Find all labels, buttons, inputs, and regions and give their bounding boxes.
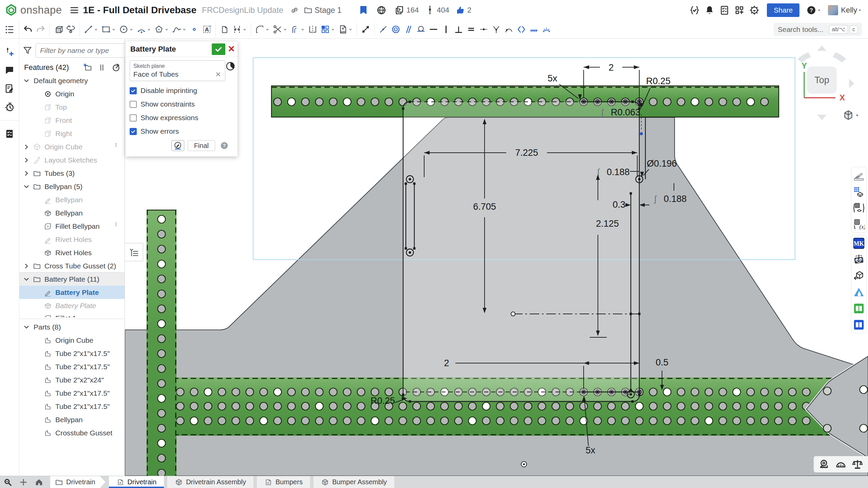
text-tool-button[interactable]: A [201,23,213,35]
feature-tree-toggle[interactable] [0,20,19,39]
constraint-tangent-button[interactable] [415,23,427,35]
references-stat[interactable]: 404 [425,5,449,15]
history-icon[interactable] [4,102,15,112]
sketch-origin-point[interactable] [521,462,527,467]
checkbox-box[interactable] [130,87,137,94]
timer-icon[interactable] [112,63,120,72]
protractor-icon[interactable] [835,458,847,470]
dropdown-caret-icon[interactable] [129,27,134,32]
feature-row-rivet-holes[interactable]: Rivet Holes [19,233,125,246]
polygon-tool-button[interactable] [153,23,170,35]
feature-row-layout-sketches[interactable]: Layout Sketches [19,153,125,167]
green-book-app[interactable] [853,302,865,315]
comment-icon[interactable] [4,65,15,75]
feature-row-top[interactable]: Top [19,100,125,114]
dropdown-caret-icon[interactable] [111,27,116,32]
redo-button[interactable] [34,23,47,35]
constraint-coincident-button[interactable] [377,23,390,35]
bookmark-stat[interactable] [358,5,370,15]
accept-button[interactable] [212,43,225,55]
checkbox-show-constraints[interactable]: Show constraints [130,100,233,108]
insert-new-icon[interactable] [4,47,15,57]
onshape-logo-icon[interactable] [5,4,18,17]
triangle-app[interactable] [853,286,865,298]
sketch-preview-button[interactable] [171,140,184,151]
dropdown-caret-icon[interactable] [300,27,305,32]
view-mode-dropdown[interactable] [842,109,860,121]
feature-row-origin-cube[interactable]: Origin Cube [19,334,125,347]
constraint-perpendicular-button[interactable] [452,23,465,35]
model-canvas[interactable]: 25xR0.25ʃR0.0637.2256.705ʃ0.188Ø0.196ʃ0.… [125,39,868,476]
feature-row-tube-2-x2-x24-[interactable]: Tube 2"x2"x24" [19,373,125,387]
edit-doc-icon[interactable] [4,83,15,94]
constraint-midpoint-button[interactable] [477,23,490,35]
breadcrumb-folder-tab[interactable]: Drivetrain [50,476,106,488]
tab-drivetrain-assembly[interactable]: Drivetrain Assembly [167,476,253,488]
checkbox-box[interactable] [130,101,137,108]
spline-tool-button[interactable] [170,23,188,35]
feature-row-bellypan-5-[interactable]: Bellypan (5) [19,180,125,193]
chevron-down-icon[interactable] [23,323,30,331]
mass-properties-icon[interactable] [852,458,863,470]
undo-button[interactable] [22,23,34,35]
share-button[interactable]: Share [767,3,799,17]
feature-row-cross-tube-gusset-2-[interactable]: Cross Tube Gusset (2) [19,259,125,273]
dropdown-caret-icon[interactable] [283,27,287,32]
tab-bumper-assembly[interactable]: Bumper Assembly [314,476,394,488]
dropdown-caret-icon[interactable] [147,27,151,32]
checkbox-disable-imprinting[interactable]: Disable imprinting [130,87,233,95]
constraint-concentric-button[interactable] [390,23,402,35]
export-cube-app[interactable] [853,270,865,282]
dimension-tool-button[interactable] [359,23,372,35]
left-tube-part[interactable] [147,210,176,476]
feature-row-tube-2-x1-x17-5-[interactable]: Tube 2"x1"x17.5" [19,347,125,360]
dropdown-caret-icon[interactable] [182,27,187,32]
offset-curve-tool-button[interactable] [289,23,306,35]
chevron-down-icon[interactable] [23,77,30,85]
dialog-help-icon[interactable]: ? [220,141,229,150]
tasks-icon[interactable] [719,5,730,15]
tape-measure-icon[interactable] [819,458,830,470]
feature-row-battery-plate[interactable]: Battery Plate [19,286,125,299]
likes-stat[interactable]: 2 [455,5,471,15]
chevron-down-icon[interactable] [23,276,30,283]
constraint-fix-button[interactable] [528,23,540,35]
trim-tool-button[interactable] [271,23,289,35]
constraint-horizontal-button[interactable] [427,23,440,35]
tab-bumpers[interactable]: Bumpers [257,476,310,488]
extrude-tool-button[interactable] [52,23,64,35]
robot-app[interactable] [853,254,865,266]
chevron-down-icon[interactable] [23,183,30,190]
help-caret-icon[interactable] [816,5,822,15]
integrations-icon[interactable] [749,5,759,15]
constraint-curvature-button[interactable] [503,23,515,35]
notifications-bell-icon[interactable] [704,5,715,15]
feature-row-origin-cube[interactable]: Origin Cube [19,140,125,153]
dxf-import-tool-button[interactable]: DXF [337,23,354,35]
checklist-icon[interactable] [4,129,15,139]
circle-tool-button[interactable] [117,23,135,35]
filter-input[interactable] [36,43,137,58]
checkbox-box[interactable] [130,128,137,135]
tab-drivetrain[interactable]: Drivetrain [109,476,164,488]
add-tab-icon[interactable] [16,476,31,488]
copies-stat[interactable]: 164 [394,5,419,15]
filter-funnel-icon[interactable] [23,46,32,55]
checkbox-box[interactable] [130,114,137,121]
search-tools[interactable]: Search tools... alt/⌥ c [774,23,862,36]
row-overflow-icon[interactable] [114,222,118,231]
pattern-tool-button[interactable] [319,23,337,35]
constraint-parallel-button[interactable] [402,23,415,35]
revolve-tool-button[interactable] [64,23,77,35]
offset-plane-tool-button[interactable] [231,23,248,35]
use-tool-button[interactable] [218,23,231,35]
feature-row-bellypan[interactable]: Bellypan [19,193,125,206]
link-icon[interactable] [290,6,299,15]
dropdown-caret-icon[interactable] [164,27,169,32]
chevron-right-icon[interactable] [23,262,30,270]
sketch-plane-field[interactable]: Sketch plane Face of Tubes [130,60,225,81]
feature-row-rivet-holes[interactable]: Rivet Holes [19,246,125,259]
line-tool-button[interactable] [82,23,100,35]
feature-row-tube-2-x1-x17-5-[interactable]: Tube 2"x1"x17.5" [19,400,125,413]
final-button[interactable]: Final [188,140,215,151]
